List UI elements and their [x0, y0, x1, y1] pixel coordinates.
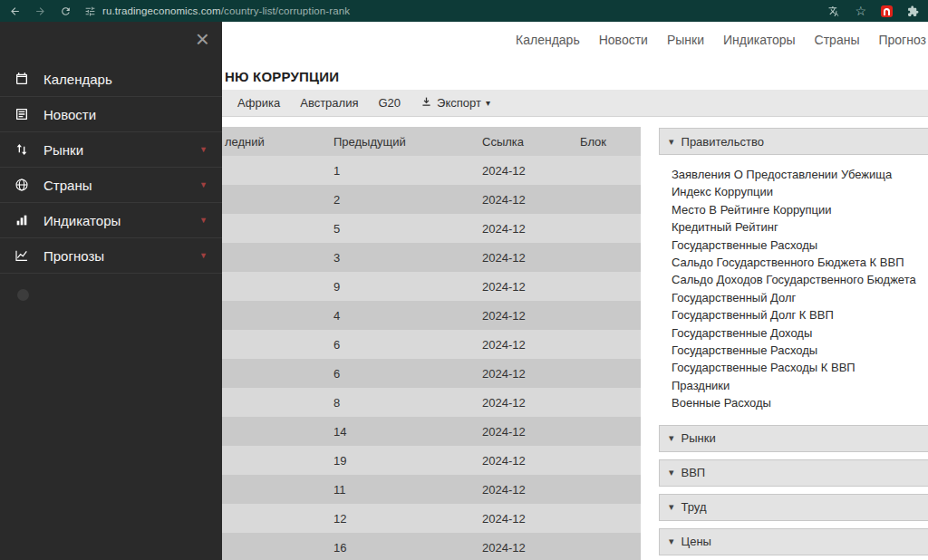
theme-toggle-row [0, 274, 222, 299]
topnav-item[interactable]: Индикаторы [723, 33, 796, 47]
reference-date: 2024-12 [480, 193, 578, 207]
previous-value: 16 [331, 541, 480, 555]
reference-date: 2024-12 [480, 425, 578, 439]
topnav-item[interactable]: Календарь [516, 33, 580, 47]
download-icon [420, 96, 432, 111]
indicator-link[interactable]: Государственные Доходы [672, 324, 928, 342]
table-row[interactable]: 8 2024-12 [222, 388, 641, 417]
sidebar-item-forecasts[interactable]: Прогнозы ▼ [0, 238, 222, 274]
col-header-block: Блок [578, 135, 641, 149]
table-row[interactable]: 4 2024-12 [222, 301, 641, 330]
reference-date: 2024-12 [480, 541, 578, 555]
table-row[interactable]: 12 2024-12 [222, 504, 641, 533]
section-caret-icon: ▾ [669, 502, 674, 512]
export-caret-icon: ▾ [486, 98, 490, 108]
chevron-down-icon: ▼ [199, 251, 208, 260]
previous-value: 11 [331, 483, 480, 497]
export-button[interactable]: Экспорт ▾ [420, 96, 490, 111]
panel-section-collapsed[interactable]: ▾ Труд [659, 494, 928, 521]
indicator-link[interactable]: Сальдо Доходов Государственного Бюджета [672, 271, 928, 288]
indicator-link[interactable]: Место В Рейтинге Коррупции [672, 201, 928, 218]
browser-chrome: ru.tradingeconomics.com/country-list/cor… [0, 0, 928, 22]
previous-value: 19 [331, 454, 480, 468]
indicator-link[interactable]: Государственные Расходы [672, 342, 928, 359]
table-row[interactable]: 6 2024-12 [222, 359, 641, 388]
reference-date: 2024-12 [480, 483, 578, 497]
indicator-link[interactable]: Государственный Долг К ВВП [672, 306, 928, 323]
acrobat-extension-icon[interactable] [881, 5, 893, 17]
close-icon[interactable]: × [196, 27, 209, 51]
indicator-link[interactable]: Сальдо Государственного Бюджета К ВВП [672, 254, 928, 271]
reference-date: 2024-12 [480, 280, 578, 294]
page-title: НЮ КОРРУПЦИИ [225, 69, 339, 84]
panel-section-collapsed[interactable]: ▾ Цены [659, 528, 928, 555]
panel-section-government[interactable]: ▾ Правительство [659, 128, 928, 155]
table-row[interactable]: 16 2024-12 [222, 533, 641, 560]
previous-value: 1 [331, 164, 480, 178]
table-row[interactable]: 3 2024-12 [222, 243, 641, 272]
indicator-link[interactable]: Государственные Расходы К ВВП [672, 359, 928, 376]
site-settings-icon[interactable] [84, 5, 96, 17]
indicator-link[interactable]: Государственный Долг [672, 289, 928, 306]
topnav-item[interactable]: Новости [599, 33, 648, 47]
sidebar-item-news[interactable]: Новости [0, 97, 222, 132]
sidebar-item-markets[interactable]: Рынки ▼ [0, 132, 222, 168]
refresh-icon[interactable] [60, 5, 72, 17]
table-row[interactable]: 9 2024-12 [222, 272, 641, 301]
news-icon [14, 107, 33, 121]
previous-value: 14 [331, 425, 480, 439]
sidebar-menu: × Календарь Новости Рынки ▼ Страны [0, 22, 222, 560]
table-row[interactable]: 1 2024-12 [222, 156, 641, 185]
topnav-item[interactable]: Рынки [667, 33, 704, 47]
translate-icon[interactable] [828, 5, 840, 17]
region-tab[interactable]: Австралия [300, 96, 358, 110]
previous-value: 3 [331, 251, 480, 265]
url-text[interactable]: ru.tradingeconomics.com/country-list/cor… [102, 5, 350, 16]
reference-date: 2024-12 [480, 454, 578, 468]
table-row[interactable]: 19 2024-12 [222, 446, 641, 475]
reference-date: 2024-12 [480, 338, 578, 352]
indicator-link[interactable]: Индекс Коррупции [672, 183, 928, 200]
extensions-puzzle-icon[interactable] [907, 5, 919, 17]
table-row[interactable]: 6 2024-12 [222, 330, 641, 359]
bookmark-star-icon[interactable]: ☆ [855, 5, 866, 17]
panel-section-collapsed[interactable]: ▾ Рынки [659, 425, 928, 452]
indicator-link[interactable]: Заявления О Предоставлении Убежища [672, 166, 928, 183]
sidebar-item-calendar[interactable]: Календарь [0, 62, 222, 97]
col-header-reference: Ссылка [480, 135, 578, 149]
region-tab[interactable]: G20 [378, 96, 401, 110]
previous-value: 4 [331, 309, 480, 323]
section-caret-icon: ▾ [669, 536, 674, 546]
topnav-item[interactable]: Страны [815, 33, 860, 47]
region-tab[interactable]: Африка [237, 96, 280, 110]
indicator-link[interactable]: Государственные Расходы [672, 237, 928, 254]
panel-section-collapsed[interactable]: ▾ ВВП [659, 459, 928, 487]
sidebar-item-countries[interactable]: Страны ▼ [0, 168, 222, 203]
corruption-rank-table: ледний Предыдущий Ссылка Блок 1 2024-12 … [222, 127, 641, 560]
col-header-last: ледний [222, 135, 331, 149]
table-row[interactable]: 14 2024-12 [222, 417, 641, 446]
table-row[interactable]: 5 2024-12 [222, 214, 641, 243]
calendar-icon [14, 72, 33, 86]
table-row[interactable]: 2 2024-12 [222, 185, 641, 214]
previous-value: 12 [331, 512, 480, 526]
globe-icon [14, 178, 33, 192]
previous-value: 8 [331, 396, 480, 410]
chevron-down-icon: ▼ [199, 216, 208, 225]
address-bar[interactable]: ru.tradingeconomics.com/country-list/cor… [84, 5, 350, 17]
line-chart-icon [14, 248, 33, 263]
indicator-link[interactable]: Праздники [672, 377, 928, 394]
section-caret-icon: ▾ [669, 433, 674, 443]
reference-date: 2024-12 [480, 396, 578, 410]
sidebar-item-indicators[interactable]: Индикаторы ▼ [0, 203, 222, 238]
forward-icon[interactable] [34, 5, 46, 17]
chevron-down-icon: ▼ [199, 180, 208, 189]
back-icon[interactable] [9, 5, 21, 17]
chevron-down-icon: ▼ [199, 145, 208, 154]
table-row[interactable]: 11 2024-12 [222, 475, 641, 504]
indicator-link[interactable]: Военные Расходы [672, 394, 928, 411]
topnav-item[interactable]: Прогноз [878, 33, 926, 47]
indicator-link[interactable]: Кредитный Рейтинг [672, 218, 928, 236]
col-header-previous: Предыдущий [331, 135, 480, 149]
reference-date: 2024-12 [480, 251, 578, 265]
